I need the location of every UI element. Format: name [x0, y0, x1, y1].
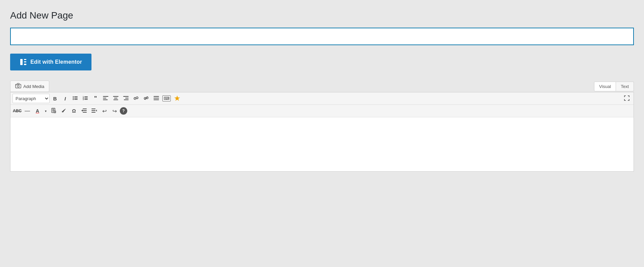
svg-rect-47 [91, 112, 96, 113]
undo-icon: ↩ [102, 108, 107, 114]
svg-rect-3 [24, 64, 26, 65]
svg-rect-1 [24, 59, 26, 60]
italic-button[interactable]: I [60, 94, 70, 103]
svg-rect-23 [113, 96, 118, 97]
help-icon: ? [122, 109, 125, 113]
align-center-button[interactable] [111, 94, 120, 103]
svg-rect-35 [52, 109, 54, 110]
fullscreen-icon [624, 95, 629, 102]
svg-rect-2 [24, 61, 26, 62]
page-title-input[interactable] [10, 28, 634, 45]
remove-formatting-icon [61, 108, 66, 114]
editor-top-bar: Add Media Visual Text [10, 81, 634, 92]
keyboard-icon: ⌨ [162, 95, 171, 101]
svg-rect-41 [83, 109, 87, 109]
svg-rect-43 [83, 112, 87, 113]
unlink-icon [143, 96, 149, 101]
bold-icon: B [53, 96, 57, 101]
align-center-icon [113, 96, 118, 101]
outdent-button[interactable] [79, 106, 89, 116]
svg-point-12 [73, 99, 74, 100]
elementor-btn-label: Edit with Elementor [30, 59, 82, 65]
blockquote-icon: " [94, 95, 97, 102]
svg-rect-0 [20, 59, 23, 65]
unordered-list-icon [73, 96, 78, 101]
ordered-list-button[interactable]: 1 2 3 [81, 94, 90, 103]
camera-icon [15, 83, 21, 90]
strikethrough-icon: ABC [13, 109, 22, 113]
paste-word-icon: W [51, 108, 56, 114]
italic-icon: I [64, 96, 66, 101]
svg-rect-15 [84, 96, 88, 97]
paragraph-format-select[interactable]: Paragraph Heading 1 Heading 2 Heading 3 … [12, 94, 50, 103]
redo-button[interactable]: ↪ [110, 106, 119, 116]
visual-text-tabs: Visual Text [594, 82, 634, 91]
svg-rect-30 [154, 96, 159, 97]
svg-point-10 [73, 97, 74, 98]
favorite-button[interactable]: ★ [172, 94, 183, 103]
redo-icon: ↪ [112, 108, 117, 114]
em-dash-button[interactable]: — [23, 106, 32, 116]
horizontal-rule-icon [154, 96, 159, 101]
remove-link-button[interactable] [141, 94, 151, 103]
svg-rect-37 [52, 111, 54, 112]
strikethrough-button[interactable]: ABC [12, 106, 22, 116]
svg-line-29 [144, 97, 148, 99]
svg-rect-17 [84, 98, 88, 98]
svg-point-5 [17, 85, 19, 87]
svg-rect-46 [91, 110, 96, 111]
wysiwyg-editor: Paragraph Heading 1 Heading 2 Heading 3 … [10, 92, 634, 172]
editor-content-area[interactable] [10, 117, 634, 171]
tab-text[interactable]: Text [616, 82, 634, 91]
indent-button[interactable] [89, 106, 99, 116]
ordered-list-icon: 1 2 3 [83, 96, 88, 101]
svg-rect-19 [84, 99, 88, 100]
svg-rect-27 [125, 98, 129, 98]
svg-rect-26 [123, 96, 129, 97]
svg-rect-13 [74, 99, 78, 100]
edit-with-elementor-button[interactable]: Edit with Elementor [10, 54, 91, 70]
svg-rect-32 [154, 99, 159, 100]
svg-rect-9 [74, 96, 78, 97]
remove-formatting-button[interactable] [59, 106, 69, 116]
svg-marker-48 [96, 110, 97, 112]
svg-rect-25 [113, 99, 118, 100]
outdent-icon [81, 108, 87, 114]
text-color-icon: A [36, 108, 39, 114]
editor-container: Add Media Visual Text Paragraph Heading … [10, 81, 634, 172]
bold-button[interactable]: B [50, 94, 60, 103]
help-button[interactable]: ? [120, 107, 127, 115]
insert-hr-button[interactable] [152, 94, 161, 103]
insert-link-button[interactable] [131, 94, 141, 103]
omega-icon: Ω [72, 108, 76, 114]
star-icon: ★ [174, 94, 181, 103]
svg-marker-44 [81, 110, 83, 112]
svg-text:W: W [54, 111, 56, 113]
toolbar-row-2: ABC — A ▾ [10, 105, 634, 117]
fullscreen-button[interactable] [622, 94, 632, 103]
paste-from-word-button[interactable]: W [49, 106, 58, 116]
align-left-icon [103, 96, 108, 101]
link-icon [133, 96, 139, 101]
tab-visual[interactable]: Visual [594, 82, 616, 91]
unordered-list-button[interactable] [71, 94, 80, 103]
svg-rect-20 [103, 96, 108, 97]
undo-button[interactable]: ↩ [100, 106, 109, 116]
keyboard-shortcuts-button[interactable]: ⌨ [162, 94, 171, 103]
indent-icon [91, 108, 97, 114]
text-color-button[interactable]: A [33, 106, 42, 116]
blockquote-button[interactable]: " [91, 94, 100, 103]
svg-rect-24 [114, 98, 117, 98]
svg-rect-45 [91, 109, 96, 109]
align-right-button[interactable] [121, 94, 131, 103]
align-right-icon [123, 96, 129, 101]
toolbar-row-1: Paragraph Heading 1 Heading 2 Heading 3 … [10, 92, 634, 105]
add-media-button[interactable]: Add Media [10, 81, 49, 92]
align-left-button[interactable] [101, 94, 110, 103]
color-picker-toggle[interactable]: ▾ [43, 106, 48, 116]
svg-rect-6 [17, 83, 19, 84]
svg-point-8 [73, 96, 74, 97]
svg-rect-11 [74, 98, 78, 98]
special-char-button[interactable]: Ω [69, 106, 79, 116]
add-media-label: Add Media [23, 84, 44, 89]
